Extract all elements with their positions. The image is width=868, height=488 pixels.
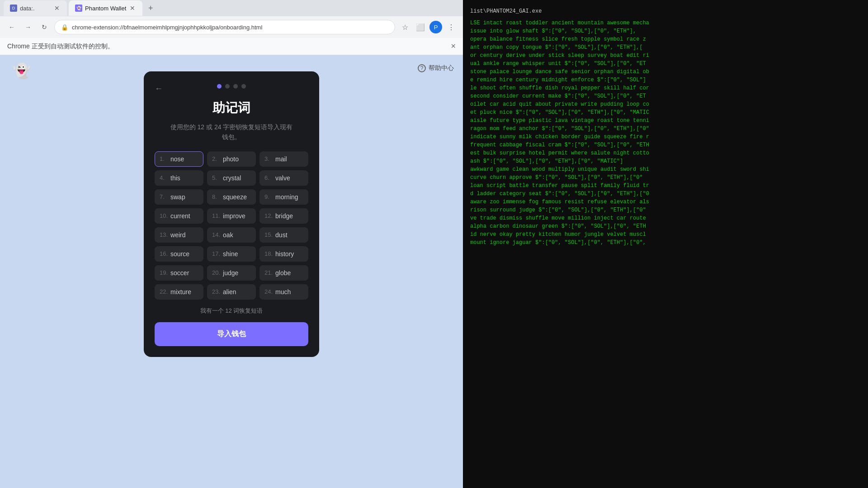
terminal-line: or century derive under stick sleep surv… [470,52,861,60]
notification-bar: Chrome 正受到自动测试软件的控制。 × [0,38,463,55]
terminal-line: LSE intact roast toddler ancient mountai… [470,19,861,27]
seed-word-21: globe [275,269,291,277]
seed-word-18: history [275,250,294,258]
seed-num-13: 13. [160,231,168,238]
seed-word-23: alien [223,288,236,296]
seed-num-1: 1. [160,155,168,162]
seed-num-12: 12. [264,212,273,219]
tab-favicon-phantom: 👻 [75,5,82,12]
terminal-line: opera balance fitness slice fresh topple… [470,35,861,43]
seed-phrase-grid: 1.2.photo3.mail4.this5.crystal6.valve7.s… [155,151,308,300]
seed-cell-18: 18.history [259,246,308,262]
seed-num-6: 6. [264,174,273,181]
seed-cell-12: 12.bridge [259,208,308,224]
seed-input-1[interactable] [170,155,198,163]
tab-close-data[interactable]: ✕ [53,5,61,12]
back-button[interactable]: ← [155,84,163,94]
seed-num-17: 17. [212,250,220,257]
notification-close-button[interactable]: × [451,42,456,51]
seed-cell-8: 8.squeeze [207,189,256,205]
import-wallet-button[interactable]: 导入钱包 [155,322,308,346]
terminal-line: indicate sunny milk chicken border guide… [470,133,861,141]
seed-word-4: this [170,174,180,182]
reload-button[interactable]: ↻ [38,21,51,33]
seed-num-8: 8. [212,193,220,200]
seed-num-14: 14. [212,231,220,238]
seed-word-3: mail [275,155,287,163]
seed-num-7: 7. [160,193,168,200]
seed-cell-3: 3.mail [259,151,308,167]
terminal-window: list\PHANTOM24_GAI.exe LSE intact roast … [463,0,868,488]
seed-word-5: crystal [223,174,241,182]
terminal-line: e remind hire century midnight enforce $… [470,76,861,84]
terminal-line: d ladder category seat $":["0", "SOL"],[… [470,190,861,198]
modal-title: 助记词 [155,99,308,117]
tab-favicon-data: D [10,5,17,12]
modal-subtitle: 使用您的 12 或 24 字密钥恢复短语导入现有钱包。 [155,122,308,142]
seed-num-16: 16. [160,250,168,257]
seed-cell-15: 15.dust [259,227,308,243]
twelve-word-link[interactable]: 我有一个 12 词恢复短语 [155,307,308,315]
new-tab-button[interactable]: + [144,2,157,14]
tab-phantom[interactable]: 👻 Phantom Wallet ✕ [69,0,142,16]
forward-nav-button[interactable]: → [22,21,34,33]
seed-cell-16: 16.source [155,246,203,262]
seed-num-20: 20. [212,269,220,276]
seed-word-12: bridge [275,212,293,220]
terminal-line: oilet car acid quit about private write … [470,100,861,108]
seed-cell-5: 5.crystal [207,170,256,186]
seed-cell-22: 22.mixture [155,284,203,300]
terminal-line: ragon mom feed anchor $":["0", "SOL"],["… [470,125,861,133]
seed-word-19: soccer [170,269,189,277]
seed-cell-9: 9.morning [259,189,308,205]
seed-word-10: current [170,212,190,220]
terminal-line: second consider current make $":["0", "S… [470,92,861,100]
tab-close-phantom[interactable]: ✕ [129,5,136,12]
seed-cell-11: 11.improve [207,208,256,224]
progress-dot-3 [233,84,238,89]
seed-num-10: 10. [160,212,168,219]
terminal-line: est bulk surprise hotel permit where sal… [470,149,861,157]
menu-icon[interactable]: ⋮ [445,21,458,33]
seed-num-11: 11. [212,212,220,219]
seed-word-22: mixture [170,288,191,296]
toolbar-icons: ☆ ⬜ P ⋮ [399,21,458,33]
phantom-logo[interactable]: 👻 [13,62,31,80]
seed-word-15: dust [275,231,287,239]
terminal-line: ash $":["0", "SOL"],["0", "ETH"],["0", "… [470,157,861,165]
seed-cell-1[interactable]: 1. [155,151,203,167]
address-bar[interactable]: 🔒 chrome-extension://bfnaelmomeimhlpmgjn… [54,20,395,34]
terminal-line: stone palace lounge dance safe senior or… [470,68,861,76]
seed-num-22: 22. [160,288,168,295]
terminal-line: loan script battle transfer pause split … [470,182,861,190]
back-nav-button[interactable]: ← [5,21,18,33]
help-icon: ? [418,64,426,72]
progress-dots [155,84,308,89]
profile-icon[interactable]: P [429,21,442,33]
tab-data[interactable]: D data:. ✕ [4,0,67,16]
seed-cell-13: 13.weird [155,227,203,243]
terminal-line: aisle future type plastic lava vintage r… [470,117,861,125]
seed-num-21: 21. [264,269,273,276]
seed-word-2: photo [223,155,239,163]
page-content: 👻 ? 帮助中心 ← 助记词 使用您的 12 或 24 字密钥恢复短语导入现有钱… [0,55,463,488]
seed-num-5: 5. [212,174,220,181]
seed-num-9: 9. [264,193,273,200]
help-center-link[interactable]: ? 帮助中心 [418,64,454,72]
extensions-icon[interactable]: ⬜ [414,21,427,33]
seed-word-17: shine [223,250,238,258]
help-center-label: 帮助中心 [429,64,454,72]
seed-word-9: morning [275,193,298,201]
seed-word-7: swap [170,193,185,201]
seed-num-2: 2. [212,155,220,162]
progress-dot-4 [241,84,246,89]
terminal-line: issue into glow shaft $":["0", "SOL"],["… [470,27,861,35]
terminal-line: aware zoo immense fog famous resist refu… [470,198,861,206]
terminal-line: id nerve okay pretty kitchen humor jungl… [470,230,861,239]
bookmark-icon[interactable]: ☆ [399,21,411,33]
tab-label-phantom: Phantom Wallet [85,5,126,12]
terminal-line: ant orphan copy tongue $":["0", "SOL"],[… [470,43,861,52]
seed-cell-4: 4.this [155,170,203,186]
terminal-title: list\PHANTOM24_GAI.exe [470,7,861,15]
terminal-content: LSE intact roast toddler ancient mountai… [470,19,861,247]
